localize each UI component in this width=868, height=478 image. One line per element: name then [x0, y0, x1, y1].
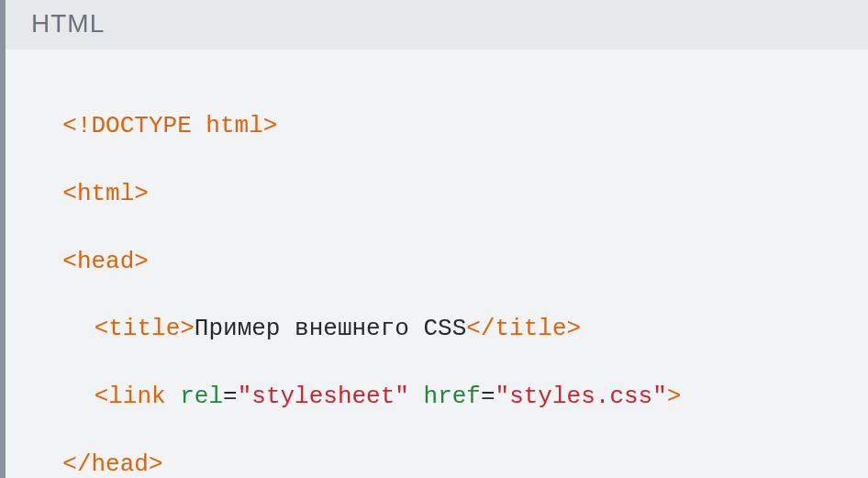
head-open-tag: <head> [62, 248, 149, 275]
title-close-tag: </title> [466, 315, 581, 342]
rel-attr: rel [180, 383, 223, 410]
html-open-tag: <html> [62, 180, 149, 207]
code-block-header: HTML [6, 0, 868, 50]
href-val: "styles.css" [495, 383, 667, 410]
href-attr: href [424, 383, 481, 410]
href-eq: = [481, 383, 495, 410]
doctype-open: <!DOCTYPE [62, 112, 206, 139]
doctype-close: > [263, 112, 278, 139]
title-open-tag: <title> [95, 315, 195, 342]
code-content: <!DOCTYPE html> <html> <head> <title>При… [6, 50, 868, 478]
title-text: Пример внешнего CSS [195, 315, 466, 342]
link-open-tag: <link [95, 383, 166, 410]
code-block-container: HTML <!DOCTYPE html> <html> <head> <titl… [0, 0, 868, 478]
code-language-label: HTML [31, 9, 105, 38]
rel-val: "stylesheet" [238, 383, 409, 410]
rel-eq: = [223, 383, 238, 410]
doctype-name: html [206, 112, 262, 139]
link-close-tag: > [667, 383, 682, 410]
head-close-tag: </head> [62, 450, 162, 478]
